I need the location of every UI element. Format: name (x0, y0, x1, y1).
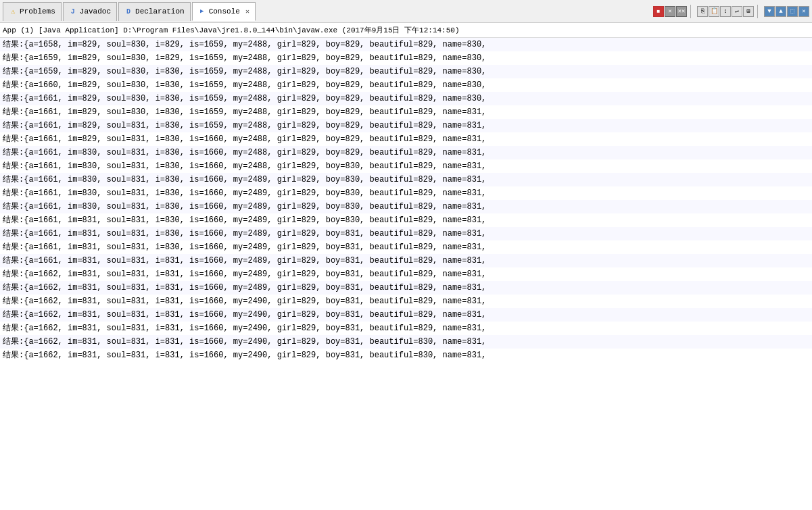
console-tab-icon (198, 7, 206, 16)
console-line: 结果:{a=1660, im=829, soul=830, i=830, is=… (0, 78, 812, 92)
console-line: 结果:{a=1662, im=831, soul=831, i=831, is=… (0, 281, 812, 295)
remove-button[interactable]: ✕ (665, 6, 675, 17)
tab-console-label: Console (209, 7, 240, 16)
console-line: 结果:{a=1661, im=829, soul=831, i=830, is=… (0, 119, 812, 132)
console-line: 结果:{a=1662, im=831, soul=831, i=831, is=… (0, 295, 812, 308)
tab-problems[interactable]: Problems (3, 2, 62, 21)
tab-console[interactable]: Console ✕ (192, 2, 256, 21)
remove-all-button[interactable]: ✕✕ (676, 6, 687, 17)
problems-icon (9, 7, 17, 16)
console-line: 结果:{a=1661, im=830, soul=831, i=830, is=… (0, 173, 812, 186)
console-output[interactable]: 结果:{a=1658, im=829, soul=830, i=829, is=… (0, 38, 812, 510)
console-line: 结果:{a=1661, im=829, soul=831, i=830, is=… (0, 132, 812, 146)
toolbar-separator-1 (690, 5, 691, 18)
console-line: 结果:{a=1661, im=829, soul=830, i=830, is=… (0, 105, 812, 119)
console-line: 结果:{a=1661, im=831, soul=831, i=831, is=… (0, 254, 812, 267)
title-bar: Problems Javadoc Declaration Console ✕ ■… (0, 0, 812, 23)
open-console-button[interactable]: ⊞ (743, 6, 754, 17)
console-line: 结果:{a=1659, im=829, soul=830, i=829, is=… (0, 51, 812, 65)
tab-bar: Problems Javadoc Declaration Console ✕ (3, 2, 649, 21)
console-line: 结果:{a=1661, im=831, soul=831, i=830, is=… (0, 213, 812, 227)
javadoc-icon (69, 7, 77, 16)
toolbar-right: ■ ✕ ✕✕ ⎘ 📋 ↕ ↵ ⊞ ▼ ▲ ⬚ ✕ (650, 5, 809, 18)
console-line: 结果:{a=1662, im=831, soul=831, i=831, is=… (0, 267, 812, 281)
maximize-view-button[interactable]: ▲ (775, 6, 786, 17)
console-line: 结果:{a=1661, im=830, soul=831, i=830, is=… (0, 146, 812, 159)
console-line: 结果:{a=1659, im=829, soul=830, i=830, is=… (0, 65, 812, 78)
tab-declaration[interactable]: Declaration (118, 2, 191, 21)
copy-button[interactable]: ⎘ (697, 6, 708, 17)
console-line: 结果:{a=1661, im=831, soul=831, i=830, is=… (0, 240, 812, 254)
console-line: 结果:{a=1662, im=831, soul=831, i=831, is=… (0, 335, 812, 349)
restore-view-button[interactable]: ⬚ (787, 6, 798, 17)
paste-button[interactable]: 📋 (709, 6, 719, 17)
console-line: 结果:{a=1661, im=829, soul=830, i=830, is=… (0, 92, 812, 105)
word-wrap-button[interactable]: ↵ (732, 6, 742, 17)
tab-declaration-label: Declaration (135, 7, 185, 16)
scroll-lock-button[interactable]: ↕ (720, 6, 731, 17)
app-info-text: App (1) [Java Application] D:\Program Fi… (3, 25, 460, 35)
close-view-button[interactable]: ✕ (798, 6, 809, 17)
view-buttons: ▼ ▲ ⬚ ✕ (764, 6, 809, 17)
window-controls: ■ ✕ ✕✕ (653, 6, 687, 17)
console-tab-close[interactable]: ✕ (245, 7, 249, 16)
console-line: 结果:{a=1662, im=831, soul=831, i=831, is=… (0, 308, 812, 322)
console-line: 结果:{a=1661, im=830, soul=831, i=830, is=… (0, 159, 812, 173)
action-buttons: ⎘ 📋 ↕ ↵ ⊞ (697, 6, 754, 17)
console-line: 结果:{a=1661, im=831, soul=831, i=830, is=… (0, 227, 812, 240)
tab-problems-label: Problems (20, 7, 55, 16)
console-line: 结果:{a=1662, im=831, soul=831, i=831, is=… (0, 322, 812, 335)
console-line: 结果:{a=1662, im=831, soul=831, i=831, is=… (0, 349, 812, 362)
console-line: 结果:{a=1661, im=830, soul=831, i=830, is=… (0, 200, 812, 213)
declaration-icon (124, 7, 133, 16)
tab-javadoc-label: Javadoc (80, 7, 111, 16)
console-line: 结果:{a=1661, im=830, soul=831, i=830, is=… (0, 186, 812, 200)
terminate-button[interactable]: ■ (653, 6, 664, 17)
console-line: 结果:{a=1658, im=829, soul=830, i=829, is=… (0, 38, 812, 51)
minimize-view-button[interactable]: ▼ (764, 6, 775, 17)
app-info-bar: App (1) [Java Application] D:\Program Fi… (0, 23, 812, 38)
toolbar-separator-2 (757, 5, 758, 18)
tab-javadoc[interactable]: Javadoc (63, 2, 117, 21)
